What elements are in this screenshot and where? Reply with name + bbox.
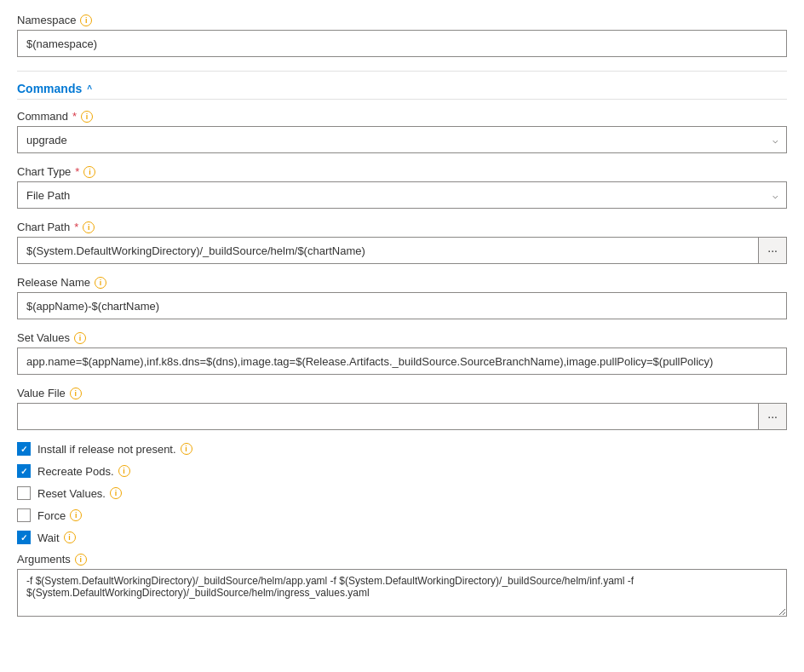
arguments-info-icon[interactable]: i [75,554,87,566]
wait-checkbox[interactable] [17,531,31,544]
install-if-not-present-text: Install if release not present. [37,443,176,456]
namespace-input[interactable] [17,30,787,57]
command-select-wrapper: upgrade install delete ⌵ [17,126,787,153]
install-if-not-present-label: Install if release not present. i [37,443,192,456]
chart-path-field-group: Chart Path * i ··· [17,221,787,264]
chart-type-text: Chart Type [17,165,71,178]
chart-type-required: * [75,165,79,178]
arguments-text: Arguments [17,553,71,566]
set-values-input[interactable] [17,347,787,375]
chart-path-input-group: ··· [17,237,787,264]
command-label: Command * i [17,110,787,123]
chart-type-field-group: Chart Type * i File Path Name URL ⌵ [17,165,787,209]
wait-text: Wait [37,531,60,544]
recreate-pods-label: Recreate Pods. i [37,465,130,478]
chart-path-required: * [74,221,78,233]
release-name-info-icon[interactable]: i [95,277,106,289]
commands-label: Commands [17,82,82,95]
recreate-pods-row: Recreate Pods. i [17,464,787,478]
wait-info-icon[interactable]: i [64,531,76,543]
chart-type-info-icon[interactable]: i [83,166,95,178]
command-text: Command [17,110,68,123]
reset-values-row: Reset Values. i [17,486,787,500]
command-field-group: Command * i upgrade install delete ⌵ [17,110,787,153]
reset-values-label: Reset Values. i [37,487,122,500]
command-info-icon[interactable]: i [81,111,93,123]
force-info-icon[interactable]: i [70,509,82,521]
force-text: Force [37,509,66,522]
chart-path-ellipsis-button[interactable]: ··· [758,237,787,264]
namespace-info-icon[interactable]: i [80,14,92,26]
install-if-not-present-info-icon[interactable]: i [181,443,192,455]
namespace-text: Namespace [17,14,76,26]
arguments-field-group: Arguments i [17,553,787,619]
value-file-ellipsis-button[interactable]: ··· [758,403,787,430]
release-name-input[interactable] [17,292,787,319]
chart-type-label: Chart Type * i [17,165,787,178]
value-file-input[interactable] [17,403,758,430]
force-label: Force i [37,509,82,522]
collapse-icon[interactable]: ^ [87,84,92,94]
force-checkbox[interactable] [17,508,31,522]
value-file-text: Value File [17,387,66,399]
value-file-info-icon[interactable]: i [70,388,82,399]
value-file-label: Value File i [17,387,787,399]
chart-path-input[interactable] [17,237,758,264]
chart-path-text: Chart Path [17,221,70,233]
install-if-not-present-row: Install if release not present. i [17,442,787,456]
command-required: * [72,110,77,123]
release-name-text: Release Name [17,276,90,289]
arguments-textarea[interactable] [17,569,787,617]
namespace-label: Namespace i [17,14,787,26]
reset-values-checkbox[interactable] [17,486,31,500]
namespace-section: Namespace i [17,14,787,57]
release-name-field-group: Release Name i [17,276,787,319]
release-name-label: Release Name i [17,276,787,289]
install-if-not-present-checkbox[interactable] [17,442,31,456]
recreate-pods-info-icon[interactable]: i [118,465,130,477]
chart-type-select-wrapper: File Path Name URL ⌵ [17,181,787,209]
reset-values-text: Reset Values. [37,487,106,500]
set-values-field-group: Set Values i [17,331,787,375]
commands-section-header: Commands ^ [17,82,787,100]
wait-row: Wait i [17,531,787,544]
chart-path-label: Chart Path * i [17,221,787,233]
arguments-label: Arguments i [17,553,787,566]
chart-type-select[interactable]: File Path Name URL [17,181,787,209]
wait-label: Wait i [37,531,76,544]
recreate-pods-checkbox[interactable] [17,464,31,478]
value-file-field-group: Value File i ··· [17,387,787,430]
command-select[interactable]: upgrade install delete [17,126,787,153]
set-values-label: Set Values i [17,331,787,344]
set-values-text: Set Values [17,331,70,344]
reset-values-info-icon[interactable]: i [110,487,122,499]
value-file-input-group: ··· [17,403,787,430]
chart-path-info-icon[interactable]: i [83,221,95,233]
force-row: Force i [17,508,787,522]
set-values-info-icon[interactable]: i [74,332,86,344]
commands-divider [17,71,787,72]
recreate-pods-text: Recreate Pods. [37,465,114,478]
